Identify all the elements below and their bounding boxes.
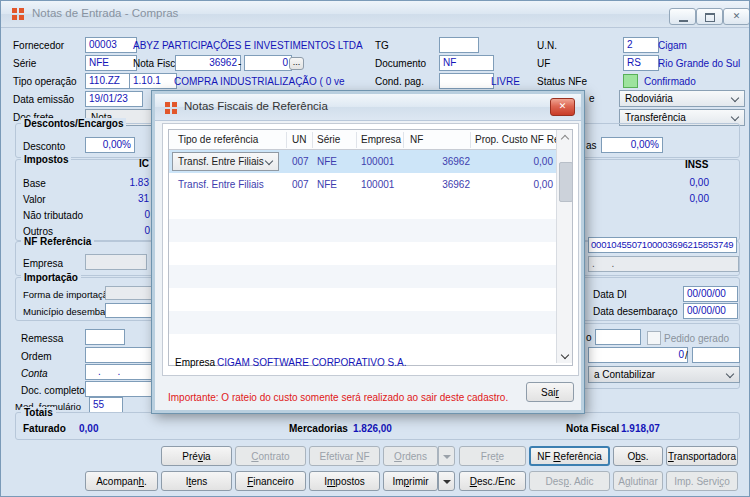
itens-button[interactable]: Itens xyxy=(161,471,232,491)
column-separator xyxy=(356,132,357,148)
table-row[interactable]: Transf. Entre Filiais 007 NFE 100001 369… xyxy=(169,173,556,196)
empresa-ref-input[interactable] xyxy=(85,254,147,270)
dash: - xyxy=(238,57,241,70)
forma-importacao-label: Forma de importação xyxy=(23,288,113,301)
scroll-down-button[interactable] xyxy=(557,348,573,363)
table-row-selected[interactable]: Transf. Entre Filiais 007 NFE 100001 369… xyxy=(169,150,556,173)
tipo-operacao-cfop-input[interactable]: 1.10.1 xyxy=(129,73,177,89)
pedido-gerado-checkbox[interactable] xyxy=(647,331,661,345)
mercadorias-value: 1.826,00 xyxy=(353,422,392,435)
dialog-close-button[interactable]: ✕ xyxy=(550,98,575,116)
scrollbar-thumb[interactable] xyxy=(559,162,573,202)
fornecedor-label: Fornecedor xyxy=(13,39,64,52)
valor-label: Valor xyxy=(23,193,46,206)
uf-input[interactable]: RS xyxy=(623,55,659,71)
pedido-seq-input[interactable] xyxy=(692,347,740,363)
data-di-input[interactable]: 00/00/00 xyxy=(683,286,738,302)
via-transporte-combobox[interactable]: Rodoviária xyxy=(619,90,745,107)
tipo-referencia-combobox[interactable]: Transf. Entre Filiais xyxy=(172,152,279,171)
impostos-button[interactable]: Impostos xyxy=(309,471,380,491)
sair-button[interactable]: Sair xyxy=(526,382,574,402)
obs-button[interactable]: Obs. xyxy=(613,446,663,466)
maximize-button[interactable] xyxy=(696,8,723,25)
pedido-input[interactable] xyxy=(595,329,641,345)
pedido-gerado-label: Pedido gerado xyxy=(664,332,729,345)
dropdown-arrow-icon xyxy=(443,480,451,484)
window-titlebar[interactable]: Notas de Entrada - Compras ✕ xyxy=(1,1,749,28)
valor-inss-value: 0,00 xyxy=(690,193,709,204)
cell-nf: 36962 xyxy=(389,173,470,196)
transportadora-button[interactable]: Transportadora xyxy=(666,446,738,466)
serie-input[interactable]: NFE xyxy=(85,55,137,71)
cond-pag-input[interactable] xyxy=(439,73,494,89)
contabilizar-value: a Contabilizar xyxy=(594,369,655,380)
window-title: Notas de Entrada - Compras xyxy=(32,7,178,19)
desconto-input[interactable]: 0,00% xyxy=(85,137,135,153)
tipo-operacao-code-input[interactable]: 110.ZZ xyxy=(85,73,133,89)
despesas-label-fragment: as xyxy=(586,140,597,151)
base-icms-fragment: 1.83 xyxy=(130,177,149,188)
imprimir-button[interactable]: Imprimir xyxy=(383,471,438,491)
data-desembaraco-input[interactable]: 00/00/00 xyxy=(683,303,738,319)
data-emissao-input[interactable]: 19/01/23 xyxy=(85,91,143,107)
browse-button[interactable]: ... xyxy=(289,57,304,70)
ordem-label: Ordem xyxy=(21,350,52,363)
remessa-input[interactable] xyxy=(85,329,125,345)
imprimir-dropdown-button[interactable] xyxy=(438,471,455,491)
documento-input[interactable]: NF xyxy=(439,55,494,71)
chave-nfe-input[interactable]: 0001045507100003696215853749 xyxy=(588,237,737,253)
imp-servico-button[interactable]: Imp. Serviço xyxy=(666,471,738,491)
municipio-input[interactable] xyxy=(105,303,157,318)
efetivar-nf-button[interactable]: Efetivar NF xyxy=(309,446,380,466)
despesas-input[interactable]: 0,00% xyxy=(601,137,663,153)
close-icon: ✕ xyxy=(559,101,567,111)
tg-input[interactable] xyxy=(439,37,479,53)
desp-adic-button[interactable]: Desp. Adic xyxy=(529,471,610,491)
dialog-titlebar[interactable]: Notas Fiscais de Referência ✕ xyxy=(155,94,581,121)
acompanh-button[interactable]: Acompanh. xyxy=(85,471,158,491)
scroll-up-button[interactable] xyxy=(557,130,573,145)
totais-group-title: Totais xyxy=(21,407,56,419)
aglutinar-button[interactable]: Aglutinar xyxy=(613,471,663,491)
col-nf: NF xyxy=(410,130,423,149)
desconto-label: Desconto xyxy=(23,140,65,153)
table-row-empty xyxy=(169,196,556,219)
col-prop-custo: Prop. Custo NF Ref. xyxy=(475,130,565,149)
base-inss-value: 0,00 xyxy=(690,177,709,188)
cond-pag-label: Cond. pag. xyxy=(375,75,424,88)
masked-ref-input[interactable]: . . xyxy=(588,256,739,272)
nota-fiscal-number-input[interactable]: 36962 xyxy=(175,55,241,71)
table-row-empty xyxy=(169,242,556,265)
table-scrollbar[interactable] xyxy=(556,130,572,363)
uf-label: UF xyxy=(537,57,550,70)
col-empresa: Empresa xyxy=(361,130,401,149)
contabilizar-combobox[interactable]: a Contabilizar xyxy=(588,366,740,383)
contrato-button[interactable]: Contrato xyxy=(235,446,306,466)
ordens-button[interactable]: Ordens xyxy=(383,446,438,466)
ordens-dropdown-button[interactable] xyxy=(438,446,455,466)
frete-button[interactable]: Frete xyxy=(459,446,526,466)
forma-importacao-input[interactable] xyxy=(105,286,157,300)
minimize-icon xyxy=(679,20,688,22)
tg-label: TG xyxy=(375,39,389,52)
table-row-empty xyxy=(169,334,556,357)
cond-pag-status: LIVRE xyxy=(491,75,520,88)
nota-fiscal-sub-input[interactable]: 0 xyxy=(244,55,292,71)
close-icon: ✕ xyxy=(724,9,749,23)
base-label: Base xyxy=(23,177,46,190)
close-button[interactable]: ✕ xyxy=(723,8,750,25)
reference-table: Tipo de referência UN Série Empresa NF P… xyxy=(168,129,573,366)
serie-label: Série xyxy=(13,57,36,70)
un-input[interactable]: 2 xyxy=(623,37,659,53)
nf-referencia-button[interactable]: NF Referência xyxy=(529,446,610,466)
column-separator xyxy=(312,132,313,148)
mod-formulario-input[interactable]: 55 xyxy=(89,397,123,413)
via-transporte-value: Rodoviária xyxy=(625,93,673,104)
fornecedor-code-input[interactable]: 00003 xyxy=(85,37,137,53)
minimize-button[interactable] xyxy=(669,8,696,25)
financeiro-button[interactable]: Financeiro xyxy=(235,471,306,491)
uf-name: Rio Grande do Sul xyxy=(658,57,740,70)
desc-enc-button[interactable]: Desc./Enc xyxy=(459,471,526,491)
pedido-numero-input[interactable]: 0 xyxy=(588,347,688,363)
previa-button[interactable]: Prévia xyxy=(161,446,232,466)
